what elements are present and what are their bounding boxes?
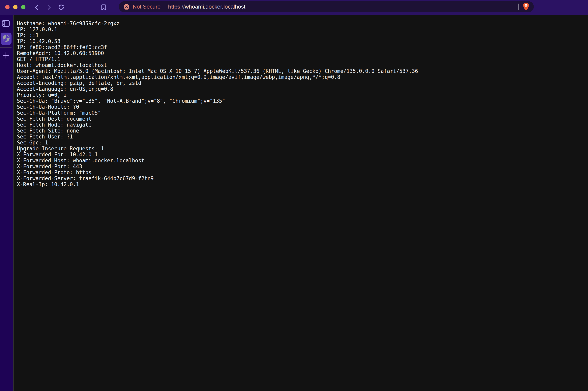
chevron-left-icon (33, 4, 40, 11)
chevron-right-icon (46, 4, 52, 11)
zoom-window-button[interactable] (21, 5, 25, 9)
urlbar-divider (518, 3, 519, 10)
plus-icon (2, 52, 9, 59)
whoami-response-text: Hostname: whoami-76c9859cfc-2rgxz IP: 12… (17, 20, 588, 187)
bookmark-icon (101, 4, 106, 11)
url-scheme: https (168, 3, 180, 10)
forward-button[interactable] (46, 4, 53, 11)
globe-favicon-icon (2, 35, 10, 43)
page-content: Hostname: whoami-76c9859cfc-2rgxz IP: 12… (13, 15, 588, 391)
brave-shield-icon (522, 2, 530, 11)
sidebar-divider (0, 47, 11, 47)
new-tab-button[interactable] (2, 52, 9, 59)
reload-button[interactable] (57, 4, 65, 11)
minimize-window-button[interactable] (13, 5, 17, 9)
not-secure-icon[interactable] (124, 4, 130, 10)
brave-shield-button[interactable] (522, 2, 530, 11)
address-bar[interactable]: Not Secure https://whoami.docker.localho… (119, 1, 534, 12)
not-secure-label: Not Secure (133, 3, 161, 10)
active-tab-whoami[interactable] (0, 33, 11, 45)
close-window-button[interactable] (5, 5, 9, 9)
url-host: whoami.docker.localhost (185, 3, 245, 10)
back-button[interactable] (33, 4, 40, 11)
panel-toggle-icon (1, 20, 10, 28)
bookmark-button[interactable] (100, 4, 107, 11)
url-text: https://whoami.docker.localhost (168, 3, 245, 10)
reload-icon (57, 4, 65, 11)
browser-toolbar: Not Secure https://whoami.docker.localho… (0, 0, 588, 15)
sidebar-toggle-button[interactable] (1, 20, 10, 27)
url-scheme-separator: :// (180, 3, 185, 10)
vertical-tabs-sidebar (0, 15, 13, 391)
